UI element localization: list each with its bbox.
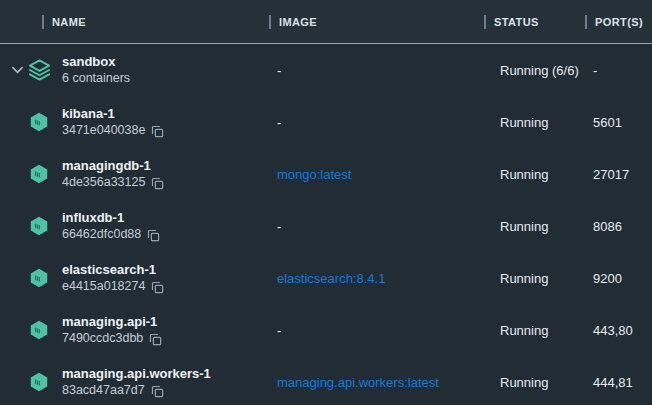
container-name: managing.api-1 — [62, 313, 267, 330]
image-cell: elasticsearch:8.4.1 — [277, 271, 492, 286]
table-row[interactable]: sandbox 6 containers - Running (6/6) - — [0, 44, 652, 96]
status-text: Running — [492, 115, 593, 130]
status-text: Running (6/6) — [492, 63, 593, 78]
stack-icon — [28, 59, 51, 82]
row-icon-cell — [0, 356, 62, 405]
container-name: influxdb-1 — [62, 209, 267, 226]
copy-icon[interactable] — [149, 333, 162, 346]
chevron-down-icon[interactable] — [12, 66, 23, 74]
image-cell: mongo:latest — [277, 167, 492, 182]
image-name: - — [277, 219, 281, 234]
column-label: STATUS — [494, 16, 539, 28]
table-row[interactable]: kibana-1 3471e040038e - Running 5601 — [0, 96, 652, 148]
column-header-status[interactable]: STATUS — [484, 0, 539, 43]
column-header-name[interactable]: NAME — [42, 0, 86, 43]
status-text: Running — [492, 323, 593, 338]
container-icon — [28, 163, 50, 185]
column-divider — [585, 15, 587, 29]
containers-table: NAME IMAGE STATUS PORT(S) — [0, 0, 652, 405]
row-icon-cell — [0, 44, 62, 96]
row-icon-cell — [0, 148, 62, 200]
image-cell: - — [277, 219, 492, 234]
image-cell: managing.api.workers:latest — [277, 375, 492, 390]
name-cell: managing.api.workers-1 83acd47aa7d7 — [62, 365, 277, 399]
container-id: 66462dfc0d88 — [62, 226, 141, 243]
status-text: Running — [492, 167, 593, 182]
image-name[interactable]: elasticsearch:8.4.1 — [277, 271, 385, 286]
name-cell: kibana-1 3471e040038e — [62, 105, 277, 139]
copy-icon[interactable] — [147, 229, 160, 242]
table-row[interactable]: elasticsearch-1 e4415a018274 elasticsear… — [0, 252, 652, 304]
column-header-image[interactable]: IMAGE — [269, 0, 317, 43]
container-name: sandbox — [62, 53, 267, 70]
column-divider — [484, 15, 486, 29]
row-icon-cell — [0, 96, 62, 148]
ports-text: 444,81 — [593, 375, 652, 390]
container-icon — [28, 215, 50, 237]
column-label: PORT(S) — [595, 16, 643, 28]
container-name: managing.api.workers-1 — [62, 365, 267, 382]
name-cell: managing.api-1 7490ccdc3dbb — [62, 313, 277, 347]
name-cell: managingdb-1 4de356a33125 — [62, 157, 277, 191]
container-id: 83acd47aa7d7 — [62, 382, 145, 399]
image-name[interactable]: managing.api.workers:latest — [277, 375, 439, 390]
container-name: elasticsearch-1 — [62, 261, 267, 278]
container-name: kibana-1 — [62, 105, 267, 122]
container-name: managingdb-1 — [62, 157, 267, 174]
copy-icon[interactable] — [151, 385, 164, 398]
image-name: - — [277, 63, 281, 78]
name-cell: sandbox 6 containers — [62, 53, 277, 87]
name-cell: elasticsearch-1 e4415a018274 — [62, 261, 277, 295]
container-id: 7490ccdc3dbb — [62, 330, 143, 347]
copy-icon[interactable] — [151, 125, 164, 138]
image-name[interactable]: mongo:latest — [277, 167, 351, 182]
ports-text: 443,80 — [593, 323, 652, 338]
column-label: IMAGE — [279, 16, 317, 28]
ports-text: 27017 — [593, 167, 652, 182]
column-header-ports[interactable]: PORT(S) — [585, 0, 643, 43]
name-cell: influxdb-1 66462dfc0d88 — [62, 209, 277, 243]
container-icon — [28, 319, 50, 341]
image-cell: - — [277, 63, 492, 78]
ports-text: - — [593, 63, 652, 78]
container-icon — [28, 371, 50, 393]
image-name: - — [277, 115, 281, 130]
table-row[interactable]: influxdb-1 66462dfc0d88 - Running 8086 — [0, 200, 652, 252]
table-row[interactable]: managingdb-1 4de356a33125 mongo:latest R… — [0, 148, 652, 200]
table-row[interactable]: managing.api.workers-1 83acd47aa7d7 mana… — [0, 356, 652, 405]
container-id: 6 containers — [62, 70, 130, 87]
container-icon — [28, 267, 50, 289]
column-label: NAME — [52, 16, 86, 28]
ports-text: 8086 — [593, 219, 652, 234]
ports-text: 9200 — [593, 271, 652, 286]
image-name: - — [277, 323, 281, 338]
status-text: Running — [492, 271, 593, 286]
row-icon-cell — [0, 252, 62, 304]
table-header: NAME IMAGE STATUS PORT(S) — [0, 0, 652, 44]
container-id: 4de356a33125 — [62, 174, 145, 191]
container-id: 3471e040038e — [62, 122, 145, 139]
copy-icon[interactable] — [151, 177, 164, 190]
column-divider — [269, 15, 271, 29]
image-cell: - — [277, 115, 492, 130]
row-icon-cell — [0, 304, 62, 356]
table-row[interactable]: managing.api-1 7490ccdc3dbb - Running 44… — [0, 304, 652, 356]
ports-text: 5601 — [593, 115, 652, 130]
container-id: e4415a018274 — [62, 278, 145, 295]
copy-icon[interactable] — [151, 281, 164, 294]
image-cell: - — [277, 323, 492, 338]
status-text: Running — [492, 375, 593, 390]
table-body: sandbox 6 containers - Running (6/6) - — [0, 44, 652, 405]
container-icon — [28, 111, 50, 133]
row-icon-cell — [0, 200, 62, 252]
status-text: Running — [492, 219, 593, 234]
column-divider — [42, 15, 44, 29]
